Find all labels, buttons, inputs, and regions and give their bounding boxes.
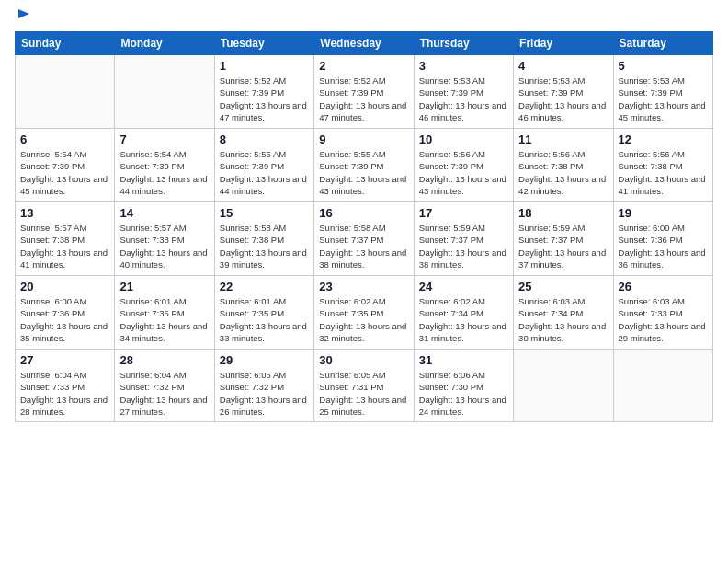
header [15, 15, 713, 22]
day-number: 13 [20, 206, 109, 220]
day-number: 9 [319, 132, 408, 146]
day-detail: Sunrise: 5:57 AMSunset: 7:38 PMDaylight:… [119, 222, 209, 270]
day-number: 25 [518, 280, 608, 293]
calendar-table: SundayMondayTuesdayWednesdayThursdayFrid… [15, 31, 713, 422]
calendar-cell: 26Sunrise: 6:03 AMSunset: 7:33 PMDayligh… [613, 276, 712, 350]
day-detail: Sunrise: 5:52 AMSunset: 7:39 PMDaylight:… [319, 75, 408, 123]
day-number: 17 [419, 206, 508, 220]
day-number: 24 [419, 280, 508, 293]
day-number: 21 [119, 280, 209, 293]
day-number: 3 [419, 59, 508, 73]
weekday-header-saturday: Saturday [613, 32, 712, 55]
weekday-header-friday: Friday [514, 32, 613, 55]
day-detail: Sunrise: 6:00 AMSunset: 7:36 PMDaylight:… [619, 222, 708, 270]
weekday-header-row: SundayMondayTuesdayWednesdayThursdayFrid… [16, 32, 713, 55]
day-number: 6 [20, 132, 109, 146]
calendar-cell: 28Sunrise: 6:04 AMSunset: 7:32 PMDayligh… [115, 350, 214, 422]
calendar-cell: 24Sunrise: 6:02 AMSunset: 7:34 PMDayligh… [414, 276, 513, 350]
day-detail: Sunrise: 6:06 AMSunset: 7:30 PMDaylight:… [419, 369, 508, 418]
day-number: 15 [220, 206, 309, 220]
calendar-cell [514, 350, 613, 422]
day-number: 7 [119, 132, 209, 146]
day-number: 30 [319, 353, 408, 367]
day-number: 14 [119, 206, 209, 220]
day-detail: Sunrise: 5:58 AMSunset: 7:38 PMDaylight:… [220, 222, 309, 270]
day-detail: Sunrise: 5:58 AMSunset: 7:37 PMDaylight:… [319, 222, 408, 270]
page: SundayMondayTuesdayWednesdayThursdayFrid… [0, 0, 728, 563]
calendar-cell: 1Sunrise: 5:52 AMSunset: 7:39 PMDaylight… [214, 55, 313, 129]
day-number: 5 [619, 59, 708, 73]
day-detail: Sunrise: 5:59 AMSunset: 7:37 PMDaylight:… [518, 222, 608, 270]
calendar-cell: 16Sunrise: 5:58 AMSunset: 7:37 PMDayligh… [314, 202, 414, 276]
day-detail: Sunrise: 6:05 AMSunset: 7:31 PMDaylight:… [319, 369, 408, 418]
day-number: 28 [119, 353, 209, 367]
calendar-cell: 20Sunrise: 6:00 AMSunset: 7:36 PMDayligh… [16, 276, 115, 350]
calendar-cell [613, 350, 712, 422]
calendar-week-4: 20Sunrise: 6:00 AMSunset: 7:36 PMDayligh… [16, 276, 713, 350]
day-detail: Sunrise: 5:56 AMSunset: 7:38 PMDaylight:… [518, 148, 608, 197]
calendar-week-3: 13Sunrise: 5:57 AMSunset: 7:38 PMDayligh… [16, 202, 713, 276]
day-number: 27 [20, 353, 109, 367]
calendar-body: 1Sunrise: 5:52 AMSunset: 7:39 PMDaylight… [16, 55, 713, 422]
calendar-cell: 14Sunrise: 5:57 AMSunset: 7:38 PMDayligh… [115, 202, 214, 276]
day-detail: Sunrise: 5:57 AMSunset: 7:38 PMDaylight:… [20, 222, 109, 270]
day-detail: Sunrise: 5:54 AMSunset: 7:39 PMDaylight:… [119, 148, 209, 197]
day-detail: Sunrise: 5:53 AMSunset: 7:39 PMDaylight:… [619, 75, 708, 123]
day-number: 23 [319, 280, 408, 293]
calendar-cell: 23Sunrise: 6:02 AMSunset: 7:35 PMDayligh… [314, 276, 414, 350]
calendar-cell: 5Sunrise: 5:53 AMSunset: 7:39 PMDaylight… [613, 55, 712, 129]
calendar-cell: 18Sunrise: 5:59 AMSunset: 7:37 PMDayligh… [514, 202, 613, 276]
day-number: 8 [220, 132, 309, 146]
day-detail: Sunrise: 5:56 AMSunset: 7:39 PMDaylight:… [419, 148, 508, 197]
calendar-cell: 29Sunrise: 6:05 AMSunset: 7:32 PMDayligh… [214, 350, 313, 422]
calendar-cell: 31Sunrise: 6:06 AMSunset: 7:30 PMDayligh… [414, 350, 513, 422]
calendar-cell [115, 55, 214, 129]
day-number: 26 [619, 280, 708, 293]
logo-text [15, 15, 29, 22]
calendar-cell: 12Sunrise: 5:56 AMSunset: 7:38 PMDayligh… [613, 129, 712, 202]
calendar-cell: 10Sunrise: 5:56 AMSunset: 7:39 PMDayligh… [414, 129, 513, 202]
calendar-cell: 11Sunrise: 5:56 AMSunset: 7:38 PMDayligh… [514, 129, 613, 202]
day-number: 11 [518, 132, 608, 146]
logo-flag-icon [17, 9, 29, 22]
day-detail: Sunrise: 6:01 AMSunset: 7:35 PMDaylight:… [220, 295, 309, 344]
calendar-header: SundayMondayTuesdayWednesdayThursdayFrid… [16, 32, 713, 55]
calendar-cell: 17Sunrise: 5:59 AMSunset: 7:37 PMDayligh… [414, 202, 513, 276]
day-detail: Sunrise: 5:54 AMSunset: 7:39 PMDaylight:… [20, 148, 109, 197]
day-number: 20 [20, 280, 109, 293]
day-number: 4 [518, 59, 608, 73]
calendar-cell: 4Sunrise: 5:53 AMSunset: 7:39 PMDaylight… [514, 55, 613, 129]
day-number: 19 [619, 206, 708, 220]
svg-marker-0 [18, 9, 29, 18]
calendar-cell: 25Sunrise: 6:03 AMSunset: 7:34 PMDayligh… [514, 276, 613, 350]
day-number: 1 [220, 59, 309, 73]
day-number: 18 [518, 206, 608, 220]
day-detail: Sunrise: 5:59 AMSunset: 7:37 PMDaylight:… [419, 222, 508, 270]
day-detail: Sunrise: 5:53 AMSunset: 7:39 PMDaylight:… [419, 75, 508, 123]
calendar-week-2: 6Sunrise: 5:54 AMSunset: 7:39 PMDaylight… [16, 129, 713, 202]
weekday-header-monday: Monday [115, 32, 214, 55]
calendar-cell [16, 55, 115, 129]
day-detail: Sunrise: 5:52 AMSunset: 7:39 PMDaylight:… [220, 75, 309, 123]
day-detail: Sunrise: 6:04 AMSunset: 7:33 PMDaylight:… [20, 369, 109, 418]
calendar-cell: 2Sunrise: 5:52 AMSunset: 7:39 PMDaylight… [314, 55, 414, 129]
calendar-cell: 6Sunrise: 5:54 AMSunset: 7:39 PMDaylight… [16, 129, 115, 202]
day-detail: Sunrise: 6:00 AMSunset: 7:36 PMDaylight:… [20, 295, 109, 344]
logo [15, 15, 29, 22]
day-number: 31 [419, 353, 508, 367]
calendar-cell: 7Sunrise: 5:54 AMSunset: 7:39 PMDaylight… [115, 129, 214, 202]
day-detail: Sunrise: 6:03 AMSunset: 7:34 PMDaylight:… [518, 295, 608, 344]
calendar-cell: 13Sunrise: 5:57 AMSunset: 7:38 PMDayligh… [16, 202, 115, 276]
day-detail: Sunrise: 6:02 AMSunset: 7:35 PMDaylight:… [319, 295, 408, 344]
calendar-week-5: 27Sunrise: 6:04 AMSunset: 7:33 PMDayligh… [16, 350, 713, 422]
day-detail: Sunrise: 5:56 AMSunset: 7:38 PMDaylight:… [619, 148, 708, 197]
day-detail: Sunrise: 6:04 AMSunset: 7:32 PMDaylight:… [119, 369, 209, 418]
day-number: 10 [419, 132, 508, 146]
calendar-cell: 8Sunrise: 5:55 AMSunset: 7:39 PMDaylight… [214, 129, 313, 202]
weekday-header-tuesday: Tuesday [214, 32, 313, 55]
day-detail: Sunrise: 6:01 AMSunset: 7:35 PMDaylight:… [119, 295, 209, 344]
day-detail: Sunrise: 5:53 AMSunset: 7:39 PMDaylight:… [518, 75, 608, 123]
day-number: 12 [619, 132, 708, 146]
calendar-cell: 22Sunrise: 6:01 AMSunset: 7:35 PMDayligh… [214, 276, 313, 350]
calendar-cell: 15Sunrise: 5:58 AMSunset: 7:38 PMDayligh… [214, 202, 313, 276]
